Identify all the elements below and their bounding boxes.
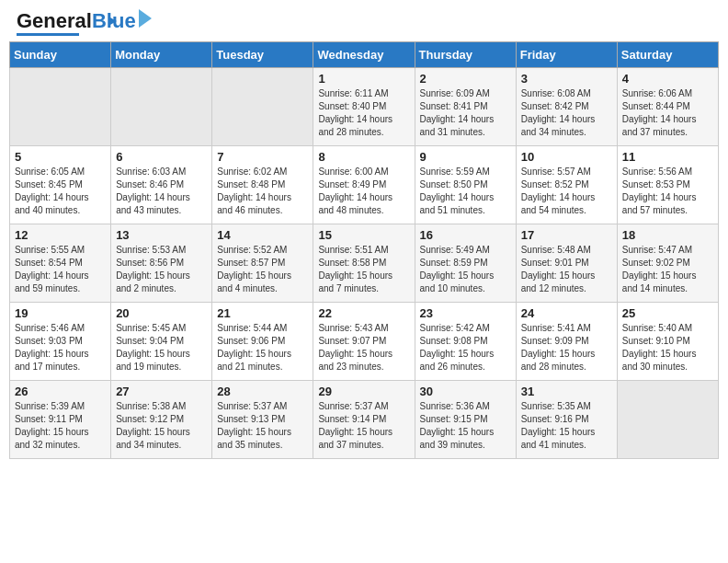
cell-info: Sunrise: 5:56 AM Sunset: 8:53 PM Dayligh… bbox=[622, 166, 713, 217]
calendar-cell: 14Sunrise: 5:52 AM Sunset: 8:57 PM Dayli… bbox=[212, 224, 313, 303]
cell-info: Sunrise: 5:45 AM Sunset: 9:04 PM Dayligh… bbox=[116, 322, 207, 373]
day-number: 28 bbox=[217, 385, 308, 398]
day-header-tuesday: Tuesday bbox=[212, 42, 313, 68]
cell-info: Sunrise: 6:02 AM Sunset: 8:48 PM Dayligh… bbox=[217, 166, 308, 217]
day-number: 23 bbox=[420, 306, 511, 320]
cell-info: Sunrise: 6:06 AM Sunset: 8:44 PM Dayligh… bbox=[622, 87, 713, 139]
calendar-wrapper: SundayMondayTuesdayWednesdayThursdayFrid… bbox=[0, 41, 728, 468]
day-number: 8 bbox=[318, 150, 409, 164]
cell-info: Sunrise: 6:03 AM Sunset: 8:46 PM Dayligh… bbox=[116, 166, 207, 217]
calendar-cell: 11Sunrise: 5:56 AM Sunset: 8:53 PM Dayli… bbox=[617, 146, 718, 224]
cell-info: Sunrise: 5:59 AM Sunset: 8:50 PM Dayligh… bbox=[420, 166, 511, 217]
cell-info: Sunrise: 5:38 AM Sunset: 9:12 PM Dayligh… bbox=[116, 400, 207, 452]
cell-info: Sunrise: 6:08 AM Sunset: 8:42 PM Dayligh… bbox=[521, 87, 612, 139]
day-number: 26 bbox=[15, 385, 106, 398]
day-number: 12 bbox=[15, 228, 106, 242]
day-number: 10 bbox=[521, 150, 612, 164]
calendar-week-row: 19Sunrise: 5:46 AM Sunset: 9:03 PM Dayli… bbox=[10, 303, 719, 381]
day-number: 7 bbox=[217, 150, 308, 164]
calendar-cell bbox=[617, 381, 718, 459]
cell-info: Sunrise: 5:37 AM Sunset: 9:14 PM Dayligh… bbox=[318, 400, 409, 452]
day-number: 24 bbox=[521, 306, 612, 320]
calendar-table: SundayMondayTuesdayWednesdayThursdayFrid… bbox=[9, 41, 719, 459]
cell-info: Sunrise: 5:52 AM Sunset: 8:57 PM Dayligh… bbox=[217, 244, 308, 295]
calendar-cell: 24Sunrise: 5:41 AM Sunset: 9:09 PM Dayli… bbox=[516, 303, 617, 381]
calendar-cell: 5Sunrise: 6:05 AM Sunset: 8:45 PM Daylig… bbox=[10, 146, 111, 224]
cell-info: Sunrise: 5:55 AM Sunset: 8:54 PM Dayligh… bbox=[15, 244, 106, 295]
day-header-wednesday: Wednesday bbox=[313, 42, 415, 68]
cell-info: Sunrise: 5:46 AM Sunset: 9:03 PM Dayligh… bbox=[15, 322, 106, 373]
cell-info: Sunrise: 5:43 AM Sunset: 9:07 PM Dayligh… bbox=[318, 322, 409, 373]
day-number: 30 bbox=[420, 385, 511, 398]
day-number: 5 bbox=[15, 150, 106, 164]
page-header: GeneralBlue bbox=[0, 0, 728, 41]
cell-info: Sunrise: 5:49 AM Sunset: 8:59 PM Dayligh… bbox=[420, 244, 511, 295]
calendar-week-row: 1Sunrise: 6:11 AM Sunset: 8:40 PM Daylig… bbox=[10, 68, 719, 146]
cell-info: Sunrise: 6:09 AM Sunset: 8:41 PM Dayligh… bbox=[420, 87, 511, 139]
calendar-cell: 28Sunrise: 5:37 AM Sunset: 9:13 PM Dayli… bbox=[212, 381, 313, 459]
day-header-thursday: Thursday bbox=[415, 42, 516, 68]
day-header-friday: Friday bbox=[516, 42, 617, 68]
calendar-cell: 15Sunrise: 5:51 AM Sunset: 8:58 PM Dayli… bbox=[313, 224, 415, 303]
day-number: 6 bbox=[116, 150, 207, 164]
calendar-cell: 6Sunrise: 6:03 AM Sunset: 8:46 PM Daylig… bbox=[111, 146, 212, 224]
calendar-cell: 29Sunrise: 5:37 AM Sunset: 9:14 PM Dayli… bbox=[313, 381, 415, 459]
logo-arrow-icon bbox=[139, 9, 152, 31]
day-number: 14 bbox=[217, 228, 308, 242]
day-number: 22 bbox=[318, 306, 409, 320]
logo-text: GeneralBlue bbox=[17, 11, 136, 31]
cell-info: Sunrise: 6:05 AM Sunset: 8:45 PM Dayligh… bbox=[15, 166, 106, 217]
calendar-cell: 7Sunrise: 6:02 AM Sunset: 8:48 PM Daylig… bbox=[212, 146, 313, 224]
cell-info: Sunrise: 6:11 AM Sunset: 8:40 PM Dayligh… bbox=[318, 87, 409, 139]
day-number: 9 bbox=[420, 150, 511, 164]
calendar-cell: 4Sunrise: 6:06 AM Sunset: 8:44 PM Daylig… bbox=[617, 68, 718, 146]
cell-info: Sunrise: 5:57 AM Sunset: 8:52 PM Dayligh… bbox=[521, 166, 612, 217]
day-number: 29 bbox=[318, 385, 409, 398]
day-number: 31 bbox=[521, 385, 612, 398]
day-number: 1 bbox=[318, 72, 409, 86]
calendar-week-row: 26Sunrise: 5:39 AM Sunset: 9:11 PM Dayli… bbox=[10, 381, 719, 459]
calendar-cell bbox=[212, 68, 313, 146]
calendar-cell: 19Sunrise: 5:46 AM Sunset: 9:03 PM Dayli… bbox=[10, 303, 111, 381]
cell-info: Sunrise: 5:39 AM Sunset: 9:11 PM Dayligh… bbox=[15, 400, 106, 452]
calendar-cell: 16Sunrise: 5:49 AM Sunset: 8:59 PM Dayli… bbox=[415, 224, 516, 303]
day-number: 15 bbox=[318, 228, 409, 242]
calendar-cell: 10Sunrise: 5:57 AM Sunset: 8:52 PM Dayli… bbox=[516, 146, 617, 224]
day-number: 25 bbox=[622, 306, 713, 320]
cell-info: Sunrise: 5:42 AM Sunset: 9:08 PM Dayligh… bbox=[420, 322, 511, 373]
day-number: 2 bbox=[420, 72, 511, 86]
cell-info: Sunrise: 5:35 AM Sunset: 9:16 PM Dayligh… bbox=[521, 400, 612, 452]
calendar-cell: 13Sunrise: 5:53 AM Sunset: 8:56 PM Dayli… bbox=[111, 224, 212, 303]
calendar-header-row: SundayMondayTuesdayWednesdayThursdayFrid… bbox=[10, 42, 719, 68]
day-number: 18 bbox=[622, 228, 713, 242]
day-number: 21 bbox=[217, 306, 308, 320]
day-number: 19 bbox=[15, 306, 106, 320]
svg-marker-0 bbox=[139, 9, 152, 28]
cell-info: Sunrise: 5:48 AM Sunset: 9:01 PM Dayligh… bbox=[521, 244, 612, 295]
day-number: 11 bbox=[622, 150, 713, 164]
day-number: 3 bbox=[521, 72, 612, 86]
cell-info: Sunrise: 5:47 AM Sunset: 9:02 PM Dayligh… bbox=[622, 244, 713, 295]
calendar-cell: 21Sunrise: 5:44 AM Sunset: 9:06 PM Dayli… bbox=[212, 303, 313, 381]
cell-info: Sunrise: 5:41 AM Sunset: 9:09 PM Dayligh… bbox=[521, 322, 612, 373]
cell-info: Sunrise: 5:53 AM Sunset: 8:56 PM Dayligh… bbox=[116, 244, 207, 295]
day-number: 13 bbox=[116, 228, 207, 242]
calendar-cell bbox=[111, 68, 212, 146]
calendar-cell: 22Sunrise: 5:43 AM Sunset: 9:07 PM Dayli… bbox=[313, 303, 415, 381]
calendar-cell: 26Sunrise: 5:39 AM Sunset: 9:11 PM Dayli… bbox=[10, 381, 111, 459]
day-header-saturday: Saturday bbox=[617, 42, 718, 68]
cell-info: Sunrise: 5:36 AM Sunset: 9:15 PM Dayligh… bbox=[420, 400, 511, 452]
calendar-cell: 12Sunrise: 5:55 AM Sunset: 8:54 PM Dayli… bbox=[10, 224, 111, 303]
calendar-week-row: 5Sunrise: 6:05 AM Sunset: 8:45 PM Daylig… bbox=[10, 146, 719, 224]
cell-info: Sunrise: 5:37 AM Sunset: 9:13 PM Dayligh… bbox=[217, 400, 308, 452]
day-number: 20 bbox=[116, 306, 207, 320]
calendar-cell: 8Sunrise: 6:00 AM Sunset: 8:49 PM Daylig… bbox=[313, 146, 415, 224]
cell-info: Sunrise: 5:44 AM Sunset: 9:06 PM Dayligh… bbox=[217, 322, 308, 373]
calendar-cell: 18Sunrise: 5:47 AM Sunset: 9:02 PM Dayli… bbox=[617, 224, 718, 303]
calendar-cell: 23Sunrise: 5:42 AM Sunset: 9:08 PM Dayli… bbox=[415, 303, 516, 381]
calendar-cell: 20Sunrise: 5:45 AM Sunset: 9:04 PM Dayli… bbox=[111, 303, 212, 381]
day-number: 4 bbox=[622, 72, 713, 86]
calendar-cell: 1Sunrise: 6:11 AM Sunset: 8:40 PM Daylig… bbox=[313, 68, 415, 146]
cell-info: Sunrise: 5:51 AM Sunset: 8:58 PM Dayligh… bbox=[318, 244, 409, 295]
calendar-cell: 2Sunrise: 6:09 AM Sunset: 8:41 PM Daylig… bbox=[415, 68, 516, 146]
